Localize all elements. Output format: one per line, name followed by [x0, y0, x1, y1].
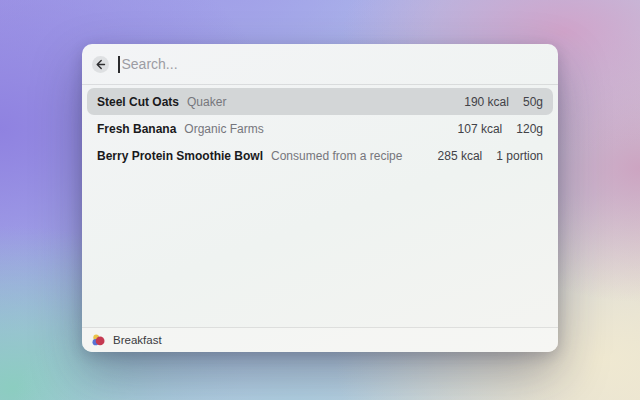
food-amount: 1 portion	[496, 149, 543, 163]
food-kcal: 107 kcal	[458, 122, 503, 136]
left-arrow-icon	[95, 59, 106, 70]
meal-app-icon	[92, 334, 105, 347]
food-amount: 50g	[523, 95, 543, 109]
back-button[interactable]	[92, 56, 109, 73]
food-amount: 120g	[516, 122, 543, 136]
food-kcal: 285 kcal	[438, 149, 483, 163]
food-detail: Consumed from a recipe	[271, 149, 402, 163]
food-detail: Quaker	[187, 95, 226, 109]
meal-context-label: Breakfast	[113, 334, 162, 346]
food-name: Steel Cut Oats	[97, 95, 179, 109]
result-row[interactable]: Fresh Banana Organic Farms 107 kcal 120g	[87, 115, 553, 142]
food-detail: Organic Farms	[184, 122, 263, 136]
food-name: Berry Protein Smoothie Bowl	[97, 149, 263, 163]
result-row[interactable]: Berry Protein Smoothie Bowl Consumed fro…	[87, 142, 553, 169]
empty-area	[82, 169, 558, 327]
food-name: Fresh Banana	[97, 122, 176, 136]
search-input[interactable]	[120, 56, 547, 72]
food-kcal: 190 kcal	[464, 95, 509, 109]
search-bar	[82, 44, 558, 85]
result-row[interactable]: Steel Cut Oats Quaker 190 kcal 50g	[87, 88, 553, 115]
footer-bar: Breakfast	[82, 327, 558, 352]
results-list: Steel Cut Oats Quaker 190 kcal 50g Fresh…	[82, 85, 558, 169]
search-window: Steel Cut Oats Quaker 190 kcal 50g Fresh…	[82, 44, 558, 352]
